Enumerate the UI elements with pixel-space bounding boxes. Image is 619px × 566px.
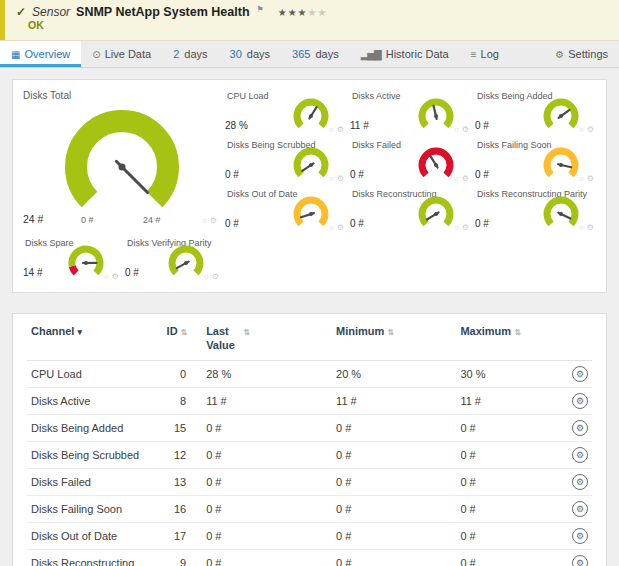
pin-icon[interactable]: ○ — [329, 125, 334, 134]
gauge-disks-being-added[interactable]: Disks Being Added0 #○⚙ — [473, 88, 598, 137]
last-value: 0 # — [202, 495, 332, 522]
sensor-title: SNMP NetApp System Health — [76, 5, 249, 19]
gauge-disks-active[interactable]: Disks Active11 #○⚙ — [348, 88, 473, 137]
channel-name[interactable]: Disks Out of Date — [27, 522, 163, 549]
tab-overview[interactable]: ▦Overview — [0, 41, 81, 67]
gauge-disks-failed[interactable]: Disks Failed0 #○⚙ — [348, 137, 473, 186]
gauge-disks-verifying-parity[interactable]: Disks Verifying Parity0 #○⚙ — [123, 235, 223, 284]
gauge-dial — [47, 103, 197, 233]
channel-settings-button[interactable]: ⚙ — [572, 393, 588, 409]
channel-settings-button[interactable]: ⚙ — [572, 447, 588, 463]
pin-icon[interactable]: ○ — [329, 223, 334, 232]
gauge-disks-being-scrubbed[interactable]: Disks Being Scrubbed0 #○⚙ — [223, 137, 348, 186]
pin-icon[interactable]: ○ — [579, 125, 584, 134]
gauge-settings-icon[interactable]: ⚙ — [210, 216, 217, 225]
channel-settings-cell: ⚙ — [547, 441, 592, 468]
table-row: CPU Load028 %20 %30 %⚙ — [27, 360, 592, 387]
pin-icon[interactable]: ○ — [579, 174, 584, 183]
channel-name[interactable]: Disks Active — [27, 387, 163, 414]
gauge-disks-failing-soon[interactable]: Disks Failing Soon0 #○⚙ — [473, 137, 598, 186]
gauge-disks-total[interactable]: Disks Total 24 # 0 # 24 # ○⚙ — [21, 88, 223, 235]
tab-365-days[interactable]: 365days — [281, 41, 350, 67]
gauge-dial — [538, 145, 584, 185]
channel-table-body: CPU Load028 %20 %30 %⚙Disks Active811 #1… — [27, 360, 592, 566]
tab-30-days[interactable]: 30days — [219, 41, 282, 67]
channel-settings-button[interactable]: ⚙ — [572, 501, 588, 517]
maximum-value: 0 # — [456, 441, 546, 468]
channel-settings-button[interactable]: ⚙ — [572, 366, 588, 382]
gauge-disks-spare[interactable]: Disks Spare14 #○⚙ — [21, 235, 123, 284]
gauge-settings-icon[interactable]: ⚙ — [337, 223, 344, 232]
tab-historic-data[interactable]: ▂▅▇Historic Data — [350, 41, 460, 67]
gauge-cpu-load[interactable]: CPU Load28 %○⚙ — [223, 88, 348, 137]
tab-2-days[interactable]: 2days — [162, 41, 218, 67]
col-last-value[interactable]: Last Value⇅ — [202, 316, 332, 360]
gauge-disks-reconstructing-parity[interactable]: Disks Reconstructing Parity0 #○⚙ — [473, 186, 598, 235]
gauge-dial — [413, 96, 459, 136]
settings-icon: ⚙ — [555, 49, 563, 60]
channel-settings-button[interactable]: ⚙ — [572, 474, 588, 490]
gauge-value: 0 # — [350, 169, 364, 180]
ok-check-icon: ✓ — [16, 5, 26, 19]
col-label: Maximum — [460, 325, 511, 337]
pin-icon[interactable]: ○ — [454, 125, 459, 134]
gauge-settings-icon[interactable]: ⚙ — [462, 223, 469, 232]
gauge-mini-actions: ○⚙ — [104, 272, 119, 281]
channel-name[interactable]: Disks Being Added — [27, 414, 163, 441]
pin-icon[interactable]: ○ — [454, 223, 459, 232]
gauge-disks-out-of-date[interactable]: Disks Out of Date0 #○⚙ — [223, 186, 348, 235]
pin-icon[interactable]: ○ — [202, 216, 207, 225]
gauge-dial — [413, 194, 459, 234]
gauge-settings-icon[interactable]: ⚙ — [462, 125, 469, 134]
col-channel[interactable]: Channel▾ — [27, 316, 163, 360]
channel-settings-cell: ⚙ — [547, 468, 592, 495]
gauge-dial — [288, 194, 334, 234]
gauge-settings-icon[interactable]: ⚙ — [337, 125, 344, 134]
gauge-mini-actions: ○⚙ — [329, 174, 344, 183]
channel-name[interactable]: Disks Being Scrubbed — [27, 441, 163, 468]
gauge-settings-icon[interactable]: ⚙ — [112, 272, 119, 281]
channel-settings-button[interactable]: ⚙ — [572, 555, 588, 566]
pin-icon[interactable]: ○ — [329, 174, 334, 183]
gauge-settings-icon[interactable]: ⚙ — [337, 174, 344, 183]
gauge-value: 24 # — [23, 213, 43, 225]
channel-name[interactable]: Disks Failed — [27, 468, 163, 495]
col-minimum[interactable]: Minimum⇅ — [332, 316, 456, 360]
gauge-settings-icon[interactable]: ⚙ — [212, 272, 219, 281]
channel-id: 8 — [163, 387, 203, 414]
channel-name[interactable]: Disks Failing Soon — [27, 495, 163, 522]
gauge-dial-wrap — [23, 103, 221, 233]
sort-icon: ⇅ — [243, 328, 250, 337]
col-id[interactable]: ID⇅ — [163, 316, 203, 360]
pin-icon[interactable]: ○ — [579, 223, 584, 232]
channel-name[interactable]: Disks Reconstructing — [27, 549, 163, 566]
gauge-settings-icon[interactable]: ⚙ — [587, 174, 594, 183]
priority-stars[interactable]: ★★★★★ — [278, 7, 328, 18]
gauge-min-label: 0 # — [81, 215, 94, 225]
gauge-settings-icon[interactable]: ⚙ — [587, 125, 594, 134]
minimum-value: 0 # — [332, 495, 456, 522]
channel-name[interactable]: CPU Load — [27, 360, 163, 387]
tab-log[interactable]: ≡Log — [460, 41, 510, 67]
pin-icon[interactable]: ○ — [454, 174, 459, 183]
channel-id: 17 — [163, 522, 203, 549]
pin-icon[interactable]: ○ — [204, 272, 209, 281]
channel-settings-button[interactable]: ⚙ — [572, 528, 588, 544]
gauge-disks-reconstructing[interactable]: Disks Reconstructing0 #○⚙ — [348, 186, 473, 235]
tab-live-data[interactable]: ⊙Live Data — [81, 41, 162, 67]
gauge-mini-actions: ○⚙ — [329, 125, 344, 134]
tab-settings[interactable]: ⚙Settings — [544, 41, 619, 67]
pin-icon[interactable]: ○ — [104, 272, 109, 281]
gauge-mini-actions: ○⚙ — [454, 223, 469, 232]
gauge-settings-icon[interactable]: ⚙ — [462, 174, 469, 183]
col-maximum[interactable]: Maximum⇅ — [456, 316, 546, 360]
channel-id: 13 — [163, 468, 203, 495]
gauge-mini-actions: ○⚙ — [454, 174, 469, 183]
minimum-value: 0 # — [332, 441, 456, 468]
gauge-dial — [163, 243, 209, 283]
tab-label: Historic Data — [386, 48, 449, 60]
channel-id: 16 — [163, 495, 203, 522]
sort-icon: ⇅ — [514, 328, 521, 337]
channel-settings-button[interactable]: ⚙ — [572, 420, 588, 436]
gauge-settings-icon[interactable]: ⚙ — [587, 223, 594, 232]
